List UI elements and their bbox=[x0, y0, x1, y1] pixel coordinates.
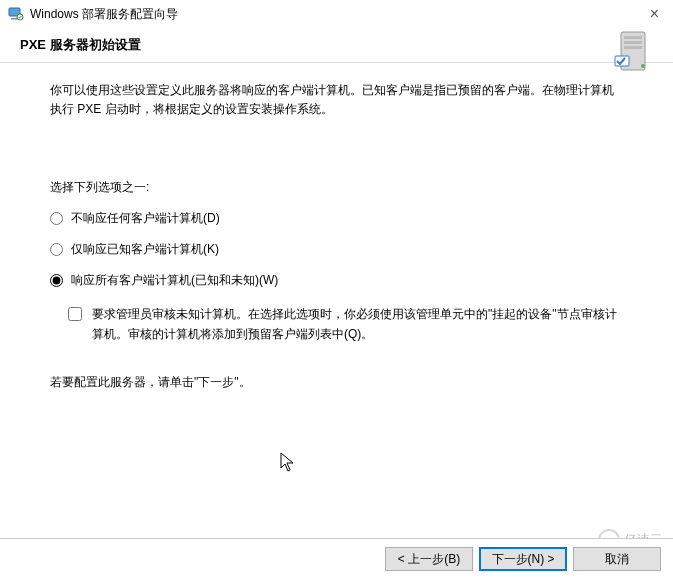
radio-none-label: 不响应任何客户端计算机(D) bbox=[71, 210, 220, 227]
svg-rect-4 bbox=[624, 36, 642, 39]
footer-hint: 若要配置此服务器，请单击"下一步"。 bbox=[50, 374, 623, 391]
options-prompt: 选择下列选项之一: bbox=[50, 179, 623, 196]
titlebar: Windows 部署服务配置向导 × bbox=[0, 0, 673, 28]
cursor-icon bbox=[280, 452, 296, 474]
wizard-header: PXE 服务器初始设置 bbox=[0, 28, 673, 62]
radio-known-input[interactable] bbox=[50, 243, 63, 256]
approval-checkbox-row[interactable]: 要求管理员审核未知计算机。在选择此选项时，你必须使用该管理单元中的"挂起的设备"… bbox=[68, 305, 623, 343]
wizard-footer: < 上一步(B) 下一步(N) > 取消 bbox=[0, 538, 673, 579]
radio-option-all[interactable]: 响应所有客户端计算机(已知和未知)(W) bbox=[50, 272, 623, 289]
approval-checkbox[interactable] bbox=[68, 307, 82, 321]
app-icon bbox=[8, 6, 24, 22]
server-icon bbox=[611, 30, 655, 74]
radio-option-known[interactable]: 仅响应已知客户端计算机(K) bbox=[50, 241, 623, 258]
radio-all-input[interactable] bbox=[50, 274, 63, 287]
description-text: 你可以使用这些设置定义此服务器将响应的客户端计算机。已知客户端是指已预留的客户端… bbox=[50, 81, 623, 119]
radio-none-input[interactable] bbox=[50, 212, 63, 225]
wizard-content: 你可以使用这些设置定义此服务器将响应的客户端计算机。已知客户端是指已预留的客户端… bbox=[0, 63, 673, 391]
next-button[interactable]: 下一步(N) > bbox=[479, 547, 567, 571]
cancel-button[interactable]: 取消 bbox=[573, 547, 661, 571]
svg-rect-5 bbox=[624, 41, 642, 44]
back-button[interactable]: < 上一步(B) bbox=[385, 547, 473, 571]
close-icon[interactable]: × bbox=[644, 5, 665, 23]
radio-all-label: 响应所有客户端计算机(已知和未知)(W) bbox=[71, 272, 278, 289]
radio-group: 不响应任何客户端计算机(D) 仅响应已知客户端计算机(K) 响应所有客户端计算机… bbox=[50, 210, 623, 289]
approval-checkbox-label: 要求管理员审核未知计算机。在选择此选项时，你必须使用该管理单元中的"挂起的设备"… bbox=[92, 305, 623, 343]
radio-known-label: 仅响应已知客户端计算机(K) bbox=[71, 241, 219, 258]
svg-rect-6 bbox=[624, 46, 642, 49]
page-title: PXE 服务器初始设置 bbox=[20, 36, 141, 54]
svg-point-7 bbox=[641, 64, 645, 68]
radio-option-none[interactable]: 不响应任何客户端计算机(D) bbox=[50, 210, 623, 227]
window-title: Windows 部署服务配置向导 bbox=[30, 6, 178, 23]
